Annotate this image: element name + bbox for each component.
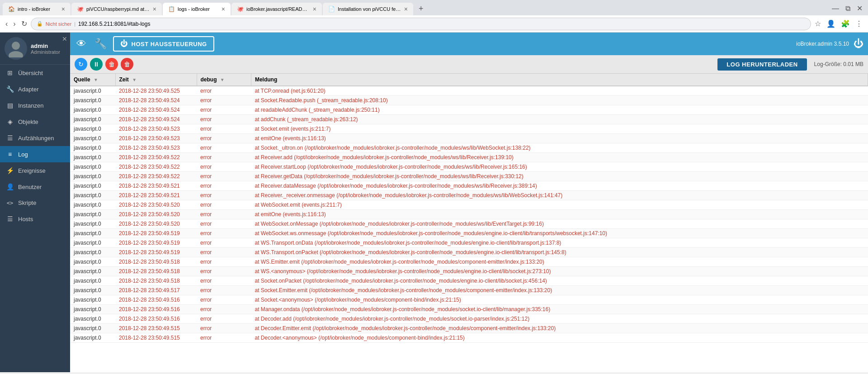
extensions-button[interactable]: 🧩	[839, 18, 852, 30]
profile-button[interactable]: 👤	[825, 18, 837, 30]
sidebar-item-adapter[interactable]: 🔧 Adapter	[0, 81, 70, 97]
browser-tab-3[interactable]: 📋 logs - ioBroker ×	[163, 3, 231, 15]
cell-source: javascript.0	[70, 238, 115, 248]
forward-button[interactable]: ›	[11, 18, 17, 30]
table-row[interactable]: javascript.02018-12-28 23:50:49.523error…	[70, 134, 868, 143]
log-table-header: Quelle ▼ Zeit ▼ debug ▼ Meldung	[70, 74, 868, 86]
table-row[interactable]: javascript.02018-12-28 23:50:49.521error…	[70, 181, 868, 191]
cell-source: javascript.0	[70, 314, 115, 324]
download-log-button[interactable]: LOG HERUNTERLADEN	[717, 58, 807, 71]
tab5-close[interactable]: ×	[404, 5, 408, 13]
table-row[interactable]: javascript.02018-12-28 23:50:49.516error…	[70, 314, 868, 324]
table-row[interactable]: javascript.02018-12-28 23:50:49.519error…	[70, 238, 868, 248]
table-row[interactable]: javascript.02018-12-28 23:50:49.521error…	[70, 191, 868, 200]
sidebar-item-log[interactable]: ≡ Log	[0, 146, 70, 162]
host-title-button[interactable]: ⏻ HOST HAUSSTEUERUNG	[113, 36, 214, 52]
aufzaehlungen-icon: ☰	[6, 134, 14, 142]
minimize-button[interactable]: —	[829, 4, 842, 14]
browser-tab-4[interactable]: 🐙 ioBroker.javascript/README.md... ×	[231, 3, 322, 15]
sidebar-item-hosts[interactable]: ☰ Hosts	[0, 211, 70, 227]
table-row[interactable]: javascript.02018-12-28 23:50:49.519error…	[70, 248, 868, 257]
browser-chrome: 🏠 intro - ioBroker × 🐙 piVCCU/raspberryp…	[0, 0, 868, 33]
table-row[interactable]: javascript.02018-12-28 23:50:49.517error…	[70, 286, 868, 295]
sidebar-role: Administrator	[31, 49, 60, 55]
cell-level: error	[197, 267, 251, 276]
tab2-close[interactable]: ×	[153, 5, 156, 13]
refresh-button[interactable]: ↻	[75, 58, 87, 71]
close-button[interactable]: ✕	[854, 3, 865, 14]
cell-source: javascript.0	[70, 295, 115, 305]
sidebar-item-benutzer[interactable]: 👤 Benutzer	[0, 179, 70, 195]
restore-button[interactable]: ⧉	[843, 4, 853, 14]
sidebar-close-button[interactable]: ✕	[62, 35, 67, 43]
table-row[interactable]: javascript.02018-12-28 23:50:49.520error…	[70, 200, 868, 210]
cell-message: at Socket.Emitter.emit (/opt/iobroker/no…	[251, 286, 868, 295]
table-row[interactable]: javascript.02018-12-28 23:50:49.516error…	[70, 305, 868, 314]
topbar: 👁 🔧 ⏻ HOST HAUSSTEUERUNG ioBroker.admin …	[70, 33, 868, 55]
cell-message: at Receiver.add (/opt/iobroker/node_modu…	[251, 153, 868, 162]
address-bar[interactable]: 🔒 Nicht sicher |	[31, 18, 811, 30]
table-row[interactable]: javascript.02018-12-28 23:50:49.523error…	[70, 124, 868, 134]
table-row[interactable]: javascript.02018-12-28 23:50:49.522error…	[70, 162, 868, 172]
cell-message: at WS.Transport.onData (/opt/iobroker/no…	[251, 238, 868, 248]
cell-level: error	[197, 305, 251, 314]
sidebar-label-hosts: Hosts	[18, 216, 33, 223]
cell-time: 2018-12-28 23:50:49.519	[115, 248, 197, 257]
table-row[interactable]: javascript.02018-12-28 23:50:49.515error…	[70, 324, 868, 333]
cell-message: at WebSocket.ws.onmessage (/opt/iobroker…	[251, 229, 868, 238]
table-row[interactable]: javascript.02018-12-28 23:50:49.523error…	[70, 143, 868, 153]
tab4-title: ioBroker.javascript/README.md...	[246, 6, 310, 12]
table-row[interactable]: javascript.02018-12-28 23:50:49.522error…	[70, 172, 868, 181]
table-row[interactable]: javascript.02018-12-28 23:50:49.520error…	[70, 210, 868, 219]
sidebar-label-instanzen: Instanzen	[18, 102, 43, 109]
table-row[interactable]: javascript.02018-12-28 23:50:49.518error…	[70, 276, 868, 286]
sidebar-item-objekte[interactable]: ◈ Objekte	[0, 114, 70, 130]
table-row[interactable]: javascript.02018-12-28 23:50:49.520error…	[70, 219, 868, 229]
table-row[interactable]: javascript.02018-12-28 23:50:49.524error…	[70, 105, 868, 115]
eye-button[interactable]: 👁	[75, 36, 88, 52]
browser-tab-5[interactable]: 📄 Installation von piVCCU fehlgesc... ×	[323, 3, 413, 15]
sidebar-item-ereignisse[interactable]: ⚡ Ereignisse	[0, 162, 70, 179]
col-source-header[interactable]: Quelle ▼	[70, 74, 115, 86]
delete-button[interactable]: 🗑	[121, 58, 133, 71]
uebersicht-icon: ⊞	[6, 69, 14, 76]
browser-tab-2[interactable]: 🐙 piVCCU/raspberrypi.md at maste... ×	[71, 3, 162, 15]
settings-button[interactable]: 🔧	[93, 36, 108, 52]
sidebar-username: admin	[31, 43, 60, 49]
pause-button[interactable]: ⏸	[90, 58, 103, 71]
table-row[interactable]: javascript.02018-12-28 23:50:49.525error…	[70, 86, 868, 96]
table-row[interactable]: javascript.02018-12-28 23:50:49.516error…	[70, 295, 868, 305]
menu-button[interactable]: ⋮	[854, 18, 864, 30]
col-time-header[interactable]: Zeit ▼	[115, 74, 197, 86]
table-row[interactable]: javascript.02018-12-28 23:50:49.519error…	[70, 229, 868, 238]
cell-time: 2018-12-28 23:50:49.523	[115, 134, 197, 143]
back-button[interactable]: ‹	[4, 18, 9, 30]
cell-time: 2018-12-28 23:50:49.523	[115, 143, 197, 153]
table-row[interactable]: javascript.02018-12-28 23:50:49.515error…	[70, 333, 868, 343]
log-table-container[interactable]: Quelle ▼ Zeit ▼ debug ▼ Meldung	[70, 74, 868, 372]
bookmark-button[interactable]: ☆	[813, 18, 823, 30]
cell-level: error	[197, 134, 251, 143]
reload-button[interactable]: ↻	[19, 18, 29, 30]
col-level-header[interactable]: debug ▼	[197, 74, 251, 86]
new-tab-button[interactable]: +	[414, 2, 428, 15]
table-row[interactable]: javascript.02018-12-28 23:50:49.524error…	[70, 115, 868, 124]
tab1-close[interactable]: ×	[61, 5, 65, 13]
table-row[interactable]: javascript.02018-12-28 23:50:49.518error…	[70, 257, 868, 267]
clear-button[interactable]: 🗑	[105, 58, 118, 71]
sidebar-item-skripte[interactable]: <> Skripte	[0, 195, 70, 211]
tab4-close[interactable]: ×	[313, 5, 316, 13]
sidebar-item-instanzen[interactable]: ▤ Instanzen	[0, 97, 70, 114]
cell-message: at Receiver._receiver.onmessage (/opt/io…	[251, 191, 868, 200]
table-row[interactable]: javascript.02018-12-28 23:50:49.524error…	[70, 96, 868, 105]
sidebar-item-uebersicht[interactable]: ⊞ Übersicht	[0, 65, 70, 81]
address-input[interactable]	[78, 21, 805, 27]
tab5-title: Installation von piVCCU fehlgesc...	[338, 6, 401, 12]
sidebar-item-aufzaehlungen[interactable]: ☰ Aufzählungen	[0, 130, 70, 146]
cell-time: 2018-12-28 23:50:49.518	[115, 276, 197, 286]
browser-tab-1[interactable]: 🏠 intro - ioBroker ×	[3, 3, 71, 15]
tab3-close[interactable]: ×	[222, 5, 225, 13]
table-row[interactable]: javascript.02018-12-28 23:50:49.518error…	[70, 267, 868, 276]
table-row[interactable]: javascript.02018-12-28 23:50:49.522error…	[70, 153, 868, 162]
cell-time: 2018-12-28 23:50:49.518	[115, 257, 197, 267]
